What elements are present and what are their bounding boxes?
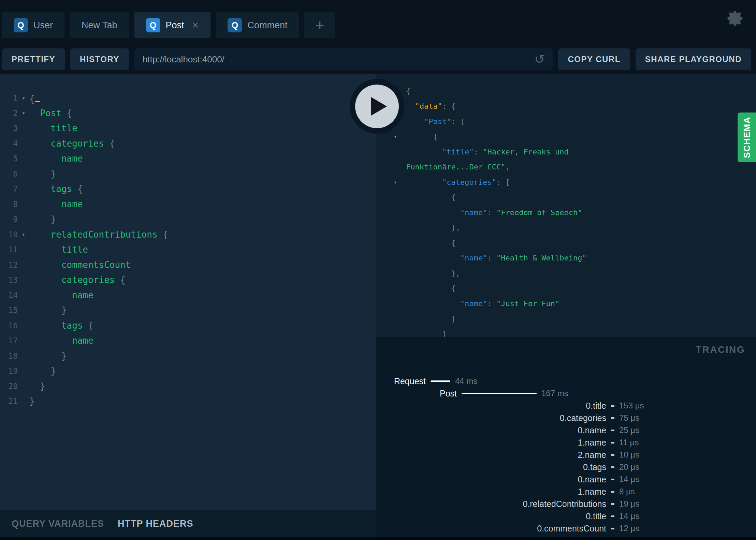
editor-line: 19 } — [0, 363, 376, 379]
editor-line: 11 title — [0, 242, 376, 257]
response-line: "name": "Just For Fun" — [376, 296, 756, 311]
settings-gear-icon[interactable] — [727, 10, 744, 27]
http-headers-tab[interactable]: HTTP HEADERS — [118, 519, 193, 529]
prettify-button[interactable]: PRETTIFY — [2, 48, 65, 70]
response-line: "title": "Hacker, Freaks und — [376, 144, 756, 160]
tracing-duration-dash — [611, 417, 614, 419]
response-line: ▾ { — [376, 129, 756, 145]
tracing-row-time: 19 μs — [619, 499, 639, 509]
code-text: commentsCount — [29, 260, 131, 270]
editor-line: 20 } — [0, 379, 376, 394]
code-text: { — [406, 87, 410, 95]
fold-arrow-icon[interactable]: ▾ — [18, 231, 29, 238]
tracing-row-label: Post — [376, 389, 462, 399]
code-text: }, — [406, 269, 460, 278]
line-number: 7 — [0, 184, 18, 193]
code-text: "name": "Freedom of Speech" — [406, 208, 582, 217]
tracing-duration-bar — [431, 380, 450, 382]
tracing-panel: TRACING Request44 msPost167 ms0.title153… — [376, 337, 756, 540]
line-number: 14 — [0, 291, 18, 300]
editor-line: 6 } — [0, 166, 376, 182]
code-text: } — [29, 366, 56, 376]
code-text: name — [29, 335, 93, 346]
tab-label: User — [33, 20, 53, 31]
code-text: { — [406, 193, 456, 201]
tracing-row: 0.name14 μs — [376, 473, 756, 485]
code-text: name — [29, 153, 83, 164]
tab-post[interactable]: QPost✕ — [134, 12, 211, 38]
execute-query-button[interactable] — [350, 79, 404, 134]
fold-arrow-icon[interactable]: ▾ — [376, 133, 406, 140]
schema-tab-label: SCHEMA — [742, 117, 752, 158]
line-number: 5 — [0, 154, 18, 163]
editor-line: 18 } — [0, 348, 376, 364]
editor-line: 16 tags { — [0, 318, 376, 333]
line-number: 9 — [0, 215, 18, 224]
schema-tab[interactable]: SCHEMA — [738, 112, 756, 162]
history-button[interactable]: HISTORY — [70, 48, 129, 70]
tracing-row: 1.name11 μs — [376, 436, 756, 449]
query-editor[interactable]: 1▾{2▾ Post {3 title4 categories {5 name6… — [0, 74, 376, 510]
tab-comment[interactable]: QComment — [216, 12, 299, 38]
tracing-row-time: 8 μs — [619, 487, 635, 496]
line-number: 19 — [0, 366, 18, 375]
editor-line: 21} — [0, 394, 376, 409]
line-number: 17 — [0, 336, 18, 345]
tracing-row: 0.title14 μs — [376, 510, 756, 522]
tracing-row-label: 2.name — [376, 450, 611, 460]
tracing-rows: Request44 msPost167 ms0.title153 μs0.cat… — [376, 375, 756, 540]
query-badge-icon: Q — [14, 18, 28, 32]
response-line: ▾ "Post": [ — [376, 114, 756, 129]
share-playground-button[interactable]: SHARE PLAYGROUND — [636, 48, 751, 70]
editor-line: 7 tags { — [0, 181, 376, 197]
tracing-duration-bar — [462, 393, 537, 394]
fold-arrow-icon[interactable]: ▾ — [18, 110, 29, 116]
fold-arrow-icon[interactable]: ▾ — [376, 179, 406, 185]
code-text: tags { — [29, 320, 93, 331]
code-text: "title": "Hacker, Freaks und — [406, 148, 569, 156]
tracing-row-time: 12 μs — [619, 524, 639, 533]
line-number: 11 — [0, 245, 18, 254]
code-text: { — [406, 239, 456, 247]
response-line: "name": "Freedom of Speech" — [376, 205, 756, 220]
reload-schema-icon[interactable]: ↺ — [534, 53, 544, 65]
line-number: 6 — [0, 169, 18, 178]
endpoint-url-input[interactable]: http://localhost:4000/ ↺ — [134, 48, 553, 70]
tracing-duration-dash — [611, 479, 614, 480]
new-tab-button[interactable]: + — [304, 12, 335, 38]
code-text: "categories": [ — [406, 178, 510, 186]
tracing-duration-dash — [611, 454, 614, 456]
response-line: ▾ "data": { — [376, 99, 756, 114]
editor-line: 15 } — [0, 303, 376, 318]
tab-bar: QUserNew TabQPost✕QComment+ — [2, 12, 335, 38]
tracing-row-time: 25 μs — [619, 425, 639, 435]
editor-line: 2▾ Post { — [0, 106, 376, 121]
code-text: } — [406, 314, 456, 323]
line-number: 15 — [0, 306, 18, 315]
tracing-row: 0.relatedContributions19 μs — [376, 498, 756, 510]
response-line: ▾ "categories": [ — [376, 175, 756, 190]
tracing-row-time: 10 μs — [619, 450, 639, 460]
code-text: tags { — [29, 184, 83, 194]
graphql-playground-window: QUserNew TabQPost✕QComment+ PRETTIFY HIS… — [0, 0, 756, 540]
tracing-row-label: 0.commentsCount — [376, 524, 611, 534]
code-text: "name": "Health & Wellbeing" — [406, 254, 587, 262]
line-number: 13 — [0, 275, 18, 284]
close-tab-icon[interactable]: ✕ — [192, 20, 199, 31]
editor-line: 17 name — [0, 333, 376, 348]
code-text: } — [29, 305, 67, 315]
query-variables-tab[interactable]: QUERY VARIABLES — [12, 519, 104, 529]
code-text: categories { — [29, 138, 115, 149]
line-number: 8 — [0, 200, 18, 209]
code-text: { — [29, 92, 40, 104]
tab-user[interactable]: QUser — [2, 12, 64, 38]
tracing-duration-dash — [611, 515, 614, 517]
text-cursor — [35, 92, 40, 102]
editor-line: 3 title — [0, 121, 376, 136]
tracing-row-time: 167 ms — [541, 389, 568, 398]
copy-curl-button[interactable]: COPY CURL — [558, 48, 630, 70]
tab-new-tab[interactable]: New Tab — [70, 12, 129, 38]
tracing-row-label: 0.title — [376, 401, 611, 411]
window-bottom-edge — [0, 537, 756, 540]
fold-arrow-icon[interactable]: ▾ — [18, 95, 29, 101]
